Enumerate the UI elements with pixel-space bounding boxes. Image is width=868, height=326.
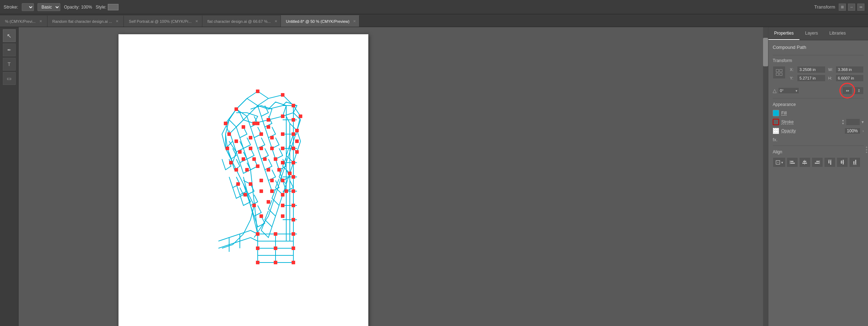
tab-libraries[interactable]: Libraries bbox=[824, 27, 852, 40]
tab-2-close[interactable]: ✕ bbox=[116, 19, 118, 23]
align-right-button[interactable] bbox=[812, 157, 823, 167]
stroke-weight-dropdown[interactable] bbox=[846, 118, 860, 126]
toolbar-icon-1[interactable]: ⊞ bbox=[839, 4, 846, 11]
toolbar-icon-2[interactable]: ↔ bbox=[848, 4, 855, 11]
opacity-value: 100% bbox=[844, 128, 861, 134]
svg-rect-66 bbox=[284, 189, 288, 193]
svg-rect-49 bbox=[242, 157, 245, 161]
svg-rect-109 bbox=[853, 164, 857, 165]
svg-rect-36 bbox=[295, 139, 299, 143]
tool-type[interactable]: T bbox=[3, 58, 16, 71]
stroke-expand-arrow[interactable]: ▾ bbox=[862, 119, 864, 124]
svg-rect-75 bbox=[281, 214, 284, 218]
align-bottom-button[interactable] bbox=[849, 157, 861, 167]
toolbar-icon-3[interactable]: ⇔ bbox=[857, 4, 864, 11]
tab-3[interactable]: Self Portrait.ai @ 100% (CMYK/Pr... ✕ bbox=[124, 15, 202, 27]
y-input[interactable] bbox=[797, 75, 826, 82]
svg-rect-88 bbox=[256, 246, 259, 250]
x-input[interactable] bbox=[797, 66, 826, 73]
stroke-up-arrow[interactable]: ▲ bbox=[842, 119, 844, 122]
transform-reference-box[interactable] bbox=[773, 66, 786, 79]
canvas-scrollbar[interactable] bbox=[763, 27, 768, 326]
svg-rect-41 bbox=[226, 147, 229, 150]
flip-horizontal-button-wrapper: ⇔ bbox=[842, 87, 852, 95]
angle-input-wrap[interactable]: ▾ bbox=[778, 87, 799, 94]
svg-rect-102 bbox=[815, 163, 819, 164]
svg-rect-92 bbox=[292, 246, 295, 250]
svg-rect-35 bbox=[281, 132, 284, 136]
stroke-label[interactable]: Stroke bbox=[781, 119, 794, 124]
flip-horizontal-button[interactable]: ⇔ bbox=[842, 87, 852, 95]
svg-rect-30 bbox=[281, 114, 284, 118]
tab-bar: % (CMYK/Previ... ✕ Random flat character… bbox=[0, 14, 868, 27]
fill-label[interactable]: Fill bbox=[781, 111, 787, 116]
svg-rect-27 bbox=[224, 122, 227, 125]
align-center-v-button[interactable] bbox=[837, 157, 848, 167]
svg-rect-94 bbox=[790, 161, 790, 164]
svg-rect-77 bbox=[292, 118, 295, 122]
svg-rect-51 bbox=[263, 157, 267, 161]
svg-rect-93 bbox=[292, 261, 295, 264]
svg-rect-72 bbox=[267, 200, 270, 204]
tab-2-label: Random flat character design.ai ... bbox=[52, 19, 112, 24]
tab-properties[interactable]: Properties bbox=[768, 27, 799, 40]
canvas-area[interactable] bbox=[19, 27, 768, 326]
align-to-selector[interactable]: ⊡ ▾ bbox=[773, 157, 786, 167]
tab-2[interactable]: Random flat character design.ai ... ✕ bbox=[47, 15, 124, 27]
svg-rect-70 bbox=[281, 193, 284, 197]
opacity-label[interactable]: Opacity bbox=[781, 128, 796, 133]
w-input[interactable] bbox=[836, 66, 864, 73]
svg-rect-25 bbox=[295, 129, 299, 132]
svg-rect-60 bbox=[288, 172, 292, 175]
stroke-down-arrow[interactable]: ▼ bbox=[842, 122, 844, 125]
mode-selector[interactable]: Basic bbox=[37, 3, 60, 11]
tab-4[interactable]: flat character design.ai @ 66.67 %... ✕ bbox=[202, 15, 281, 27]
tab-5[interactable]: Untitled-8* @ 50 % (CMYK/Preview) ✕ bbox=[281, 15, 359, 27]
transform-section-title: Transform bbox=[773, 58, 864, 63]
fill-color-swatch[interactable] bbox=[773, 110, 779, 116]
y-label: Y: bbox=[790, 76, 796, 80]
canvas-scroll-thumb[interactable] bbox=[763, 38, 768, 66]
svg-rect-99 bbox=[802, 163, 807, 164]
opacity-label: Opacity: bbox=[64, 5, 80, 10]
angle-input[interactable] bbox=[780, 88, 794, 93]
svg-rect-108 bbox=[843, 160, 844, 164]
tab-1-close[interactable]: ✕ bbox=[39, 19, 42, 23]
svg-rect-103 bbox=[828, 160, 832, 160]
flip-vertical-button[interactable]: ⇕ bbox=[854, 87, 864, 95]
stroke-selector[interactable] bbox=[22, 3, 34, 11]
opacity-expand-arrow[interactable]: › bbox=[863, 129, 864, 133]
tab-5-close[interactable]: ✕ bbox=[353, 19, 356, 23]
h-input[interactable] bbox=[836, 75, 864, 82]
opacity-row: Opacity 100% › bbox=[773, 128, 864, 134]
dot-3 bbox=[866, 152, 867, 153]
svg-rect-80 bbox=[292, 161, 295, 164]
svg-rect-64 bbox=[270, 179, 274, 182]
tab-4-close[interactable]: ✕ bbox=[274, 19, 277, 23]
stroke-arrows[interactable]: ▲ ▼ bbox=[842, 119, 844, 125]
tab-3-close[interactable]: ✕ bbox=[195, 19, 198, 23]
fx-label: fx. bbox=[773, 137, 778, 142]
angle-icon: △ bbox=[773, 88, 777, 93]
tab-1[interactable]: % (CMYK/Previ... ✕ bbox=[0, 15, 47, 27]
align-top-button[interactable] bbox=[824, 157, 836, 167]
svg-rect-31 bbox=[227, 132, 231, 136]
stroke-row: Stroke ▲ ▼ ▾ bbox=[773, 118, 864, 126]
panel-content: Compound Path Transform bbox=[768, 40, 868, 326]
tool-select[interactable]: ↖ bbox=[3, 29, 16, 42]
opacity-value: 100% bbox=[81, 5, 92, 10]
divider-3 bbox=[773, 146, 864, 146]
x-field-row: X: bbox=[790, 66, 826, 73]
align-left-button[interactable] bbox=[787, 157, 798, 167]
align-to-icon: ⊡ bbox=[775, 158, 781, 166]
tab-layers[interactable]: Layers bbox=[799, 27, 824, 40]
appearance-section: Appearance Fill Stroke ▲ ▼ bbox=[773, 102, 864, 143]
stroke-color-swatch[interactable] bbox=[773, 119, 779, 125]
tool-pen[interactable]: ✒ bbox=[3, 44, 16, 56]
svg-rect-86 bbox=[256, 232, 259, 236]
svg-rect-100 bbox=[819, 161, 820, 164]
align-center-h-button[interactable] bbox=[799, 157, 811, 167]
svg-rect-26 bbox=[234, 107, 238, 111]
tool-shape[interactable]: ▭ bbox=[3, 72, 16, 85]
align-section: Align ⊡ ▾ bbox=[773, 149, 864, 167]
